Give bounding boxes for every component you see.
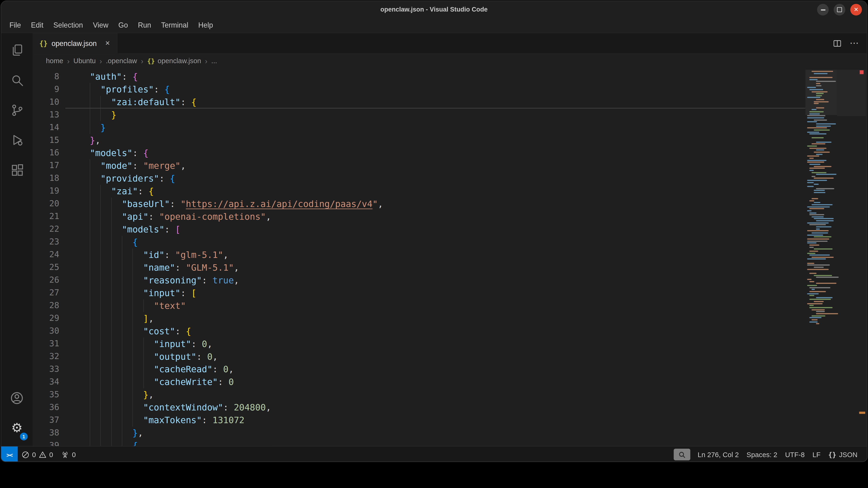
breadcrumb-item--[interactable]: ... — [211, 57, 217, 65]
breadcrumb-item-ubuntu[interactable]: Ubuntu — [73, 57, 96, 65]
search-button[interactable] — [1, 65, 33, 95]
menu-item-go[interactable]: Go — [114, 18, 133, 33]
line-number: 29 — [33, 312, 59, 325]
split-editor-icon[interactable] — [833, 39, 841, 47]
remote-indicator[interactable]: >< — [1, 447, 18, 461]
tab-openclaw-json[interactable]: {} openclaw.json ✕ — [33, 33, 117, 53]
menu-item-selection[interactable]: Selection — [49, 18, 88, 33]
line-number: 26 — [33, 274, 59, 287]
line-number: 20 — [33, 198, 59, 210]
menu-item-help[interactable]: Help — [193, 18, 218, 33]
scroll-marker — [859, 412, 865, 414]
ports-indicator[interactable]: 0 — [57, 447, 80, 461]
menu-item-file[interactable]: File — [4, 18, 26, 33]
code-line-26[interactable]: 26 "reasoning": true, — [33, 274, 867, 287]
minimap[interactable] — [805, 69, 837, 446]
code-line-10[interactable]: 10 "zai:default": { — [33, 96, 867, 108]
encoding-indicator[interactable]: UTF-8 — [781, 447, 809, 461]
code-line-33[interactable]: 33 "cacheRead": 0, — [33, 363, 867, 376]
line-number: 31 — [33, 337, 59, 350]
breadcrumb-separator: › — [67, 57, 69, 65]
close-icon: ✕ — [854, 7, 859, 13]
json-file-icon: {} — [39, 39, 48, 47]
code-line-16[interactable]: 16 "models": { — [33, 147, 867, 159]
error-marker — [860, 70, 864, 74]
code-line-34[interactable]: 34 "cacheWrite": 0 — [33, 376, 867, 389]
code-line-13[interactable]: 13 } — [33, 108, 867, 121]
code-line-8[interactable]: 8 "auth": { — [33, 70, 867, 83]
more-actions-icon[interactable]: ⋯ — [850, 39, 859, 47]
code-line-39[interactable]: 39 { — [33, 439, 867, 446]
breadcrumb-item--openclaw[interactable]: .openclaw — [106, 57, 137, 65]
menu-bar: FileEditSelectionViewGoRunTerminalHelp — [1, 18, 867, 33]
line-number: 23 — [33, 236, 59, 249]
code-line-17[interactable]: 17 "mode": "merge", — [33, 159, 867, 172]
explorer-button[interactable] — [1, 35, 33, 65]
breadcrumb-separator: › — [205, 57, 207, 65]
code-line-14[interactable]: 14 } — [33, 121, 867, 134]
code-line-21[interactable]: 21 "api": "openai-completions", — [33, 210, 867, 223]
line-number: 35 — [33, 389, 59, 401]
activity-bar: ⚙ 1 — [1, 33, 33, 446]
code-line-30[interactable]: 30 "cost": { — [33, 325, 867, 337]
minimize-button[interactable] — [817, 4, 829, 15]
code-line-20[interactable]: 20 "baseUrl": "https://api.z.ai/api/codi… — [33, 198, 867, 210]
menu-item-run[interactable]: Run — [133, 18, 156, 33]
ports-count: 0 — [72, 451, 76, 459]
code-line-38[interactable]: 38 }, — [33, 426, 867, 439]
explorer-icon — [10, 43, 24, 58]
magnifier-icon — [678, 451, 686, 459]
code-line-18[interactable]: 18 "providers": { — [33, 172, 867, 185]
code-line-25[interactable]: 25 "name": "GLM-5.1", — [33, 261, 867, 274]
minimap-slider[interactable] — [805, 70, 837, 115]
tab-close-button[interactable]: ✕ — [105, 40, 110, 47]
line-number: 24 — [33, 249, 59, 261]
source-control-icon — [10, 103, 24, 118]
language-indicator[interactable]: {} JSON — [824, 447, 861, 461]
code-line-28[interactable]: 28 "text" — [33, 299, 867, 312]
code-line-15[interactable]: 15 }, — [33, 134, 867, 147]
line-number: 37 — [33, 414, 59, 427]
code-line-24[interactable]: 24 "id": "glm-5.1", — [33, 249, 867, 261]
source-control-button[interactable] — [1, 95, 33, 125]
menu-item-view[interactable]: View — [88, 18, 114, 33]
line-number: 21 — [33, 210, 59, 223]
code-line-23[interactable]: 23 { — [33, 236, 867, 249]
overview-ruler[interactable] — [858, 69, 867, 446]
breadcrumb-item-home[interactable]: home — [46, 57, 63, 65]
maximize-button[interactable] — [834, 4, 845, 15]
line-number: 18 — [33, 172, 59, 185]
indentation-indicator[interactable]: Spaces: 2 — [743, 447, 781, 461]
code-line-9[interactable]: 9 "profiles": { — [33, 83, 867, 96]
extensions-button[interactable] — [1, 155, 33, 185]
breadcrumb-item-openclaw-json[interactable]: {}openclaw.json — [147, 57, 201, 65]
problems-indicator[interactable]: 0 0 — [18, 447, 57, 461]
menu-item-edit[interactable]: Edit — [26, 18, 49, 33]
editor[interactable]: 8 "auth": {9 "profiles": {10 "zai:defaul… — [33, 69, 867, 446]
line-number: 15 — [33, 134, 59, 147]
code-line-35[interactable]: 35 }, — [33, 389, 867, 401]
code-line-37[interactable]: 37 "maxTokens": 131072 — [33, 414, 867, 427]
menu-item-terminal[interactable]: Terminal — [156, 18, 193, 33]
vscode-window: openclaw.json - Visual Studio Code ✕ Fil… — [1, 1, 867, 462]
code-line-22[interactable]: 22 "models": [ — [33, 223, 867, 236]
code-line-27[interactable]: 27 "input": [ — [33, 287, 867, 299]
settings-button[interactable]: ⚙ 1 — [1, 413, 33, 443]
code-line-31[interactable]: 31 "input": 0, — [33, 337, 867, 350]
close-button[interactable]: ✕ — [850, 4, 862, 15]
line-number: 10 — [33, 96, 59, 108]
cursor-position[interactable]: Ln 276, Col 2 — [694, 447, 743, 461]
zoom-indicator[interactable] — [674, 449, 690, 460]
language-label: JSON — [839, 451, 857, 459]
code-line-36[interactable]: 36 "contextWindow": 204800, — [33, 401, 867, 414]
line-number: 22 — [33, 223, 59, 236]
code-line-29[interactable]: 29 ], — [33, 312, 867, 325]
eol-indicator[interactable]: LF — [809, 447, 824, 461]
account-button[interactable] — [1, 383, 33, 413]
run-debug-button[interactable] — [1, 125, 33, 155]
warning-icon — [39, 451, 46, 459]
code-line-32[interactable]: 32 "output": 0, — [33, 350, 867, 363]
line-number: 32 — [33, 350, 59, 363]
code-line-19[interactable]: 19 "zai": { — [33, 185, 867, 198]
status-bar: >< 0 0 0 Ln 276, Col 2 Spaces: 2 U — [1, 446, 867, 462]
